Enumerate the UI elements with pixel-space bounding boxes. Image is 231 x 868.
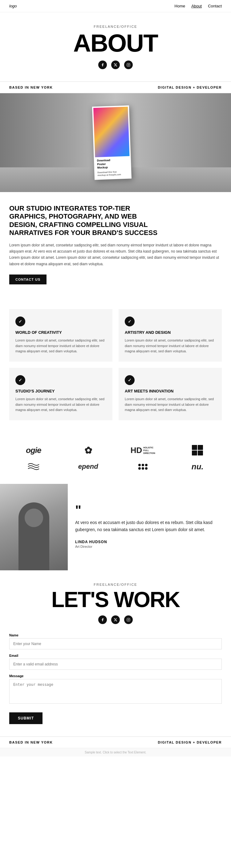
form-subtitle: FREELANCE/OFFICE xyxy=(9,583,222,586)
form-facebook-icon[interactable] xyxy=(98,615,107,624)
bottom-right: DIGITAL DESIGN + DEVELOPER xyxy=(158,741,222,744)
about-section: OUR STUDIO INTEGRATES TOP-TIER GRAPHICS,… xyxy=(0,192,231,297)
feature-check-0 xyxy=(15,316,25,327)
feature-body-3: Lorem ipsum dolor sit amet, consetetur s… xyxy=(125,397,216,413)
name-field-group: Name xyxy=(9,633,222,649)
quote-icon: " xyxy=(75,505,224,515)
tagline-left: BASED IN NEW YORK xyxy=(9,86,53,89)
bottom-bar: BASED IN NEW YORK DIGITAL DESIGN + DEVEL… xyxy=(0,737,231,748)
testimonial-author: LINDA HUDSON xyxy=(75,540,224,544)
hero-title: ABOUT xyxy=(9,31,222,56)
message-field-group: Message xyxy=(9,674,222,705)
email-input[interactable] xyxy=(9,659,222,670)
nav-link-home[interactable]: Home xyxy=(175,4,185,8)
svg-point-1 xyxy=(128,64,129,65)
navbar: logo Home About Contact xyxy=(0,0,231,12)
feature-card-3: ART MEETS INNOVATION Lorem ipsum dolor s… xyxy=(119,368,222,420)
feature-title-0: WORLD OF CREATIVITY xyxy=(15,330,106,335)
submit-button[interactable]: SUBMIT xyxy=(9,712,42,724)
testimonial-content: " At vero eos et accusam et justo duo do… xyxy=(68,484,231,570)
testimonial-image xyxy=(0,484,68,570)
tagline-bar: BASED IN NEW YORK DIGITAL DESIGN + DEVEL… xyxy=(0,82,231,93)
testimonial-quote: At vero eos et accusam et justo duo dolo… xyxy=(75,519,224,534)
logo-wave xyxy=(28,462,40,471)
tagline-right: DIGITAL DESIGN + DEVELOPER xyxy=(158,86,222,89)
x-twitter-icon[interactable] xyxy=(111,61,120,69)
logo-grid xyxy=(192,445,203,456)
nav-logo: logo xyxy=(9,4,17,8)
form-social-icons xyxy=(9,615,222,624)
feature-card-1: ARTISTRY AND DESIGN Lorem ipsum dolor si… xyxy=(119,309,222,362)
feature-title-3: ART MEETS INNOVATION xyxy=(125,389,216,393)
contact-us-button[interactable]: CONTACT US xyxy=(9,275,46,284)
hero-subtitle: FREELANCE/OFFICE xyxy=(9,25,222,28)
svg-point-4 xyxy=(128,619,129,620)
testimonial-section: " At vero eos et accusam et justo duo do… xyxy=(0,484,231,570)
logo-dots xyxy=(138,464,148,470)
feature-check-2 xyxy=(15,375,25,385)
about-body: Lorem ipsum dolor sit amet, consetetur s… xyxy=(9,242,222,268)
message-label: Message xyxy=(9,674,222,678)
logo-ogie: ogie xyxy=(26,445,41,455)
logos-section: ogie ✿ HD HOLISTICFULLDIRECTION epend xyxy=(0,433,231,484)
feature-card-2: STUDIO'S JOURNEY Lorem ipsum dolor sit a… xyxy=(9,368,112,420)
social-icons-group xyxy=(9,61,222,69)
svg-point-2 xyxy=(129,64,129,64)
svg-rect-3 xyxy=(127,618,130,621)
form-x-icon[interactable] xyxy=(111,615,120,624)
testimonial-role: Art Director xyxy=(75,545,224,549)
feature-title-2: STUDIO'S JOURNEY xyxy=(15,389,106,393)
feature-body-1: Lorem ipsum dolor sit amet, consetetur s… xyxy=(125,338,216,354)
form-fields: Name Email Message SUBMIT xyxy=(9,633,222,724)
name-input[interactable] xyxy=(9,638,222,649)
svg-rect-0 xyxy=(127,63,130,66)
logo-epend: epend xyxy=(78,463,98,471)
bottom-left: BASED IN NEW YORK xyxy=(9,741,53,744)
contact-form-section: FREELANCE/OFFICE LET'S WORK Name Email M… xyxy=(0,570,231,737)
feature-check-3 xyxy=(125,375,134,385)
feature-body-0: Lorem ipsum dolor sit amet, consetetur s… xyxy=(15,338,106,354)
about-heading: OUR STUDIO INTEGRATES TOP-TIER GRAPHICS,… xyxy=(9,205,163,237)
nav-link-about[interactable]: About xyxy=(191,4,202,8)
hero-image: Download Poster Mockup Download this fre… xyxy=(0,93,231,192)
logo-hd: HD HOLISTICFULLDIRECTION xyxy=(130,445,155,455)
name-label: Name xyxy=(9,633,222,637)
email-field-group: Email xyxy=(9,654,222,670)
feature-title-1: ARTISTRY AND DESIGN xyxy=(125,330,216,335)
message-input[interactable] xyxy=(9,679,222,704)
logo-flower: ✿ xyxy=(84,445,92,456)
nav-links: Home About Contact xyxy=(175,4,222,8)
nav-link-contact[interactable]: Contact xyxy=(208,4,222,8)
form-title: LET'S WORK xyxy=(9,589,222,611)
instagram-icon[interactable] xyxy=(124,61,133,69)
feature-card-0: WORLD OF CREATIVITY Lorem ipsum dolor si… xyxy=(9,309,112,362)
logo-nu: nu. xyxy=(192,462,203,471)
feature-body-2: Lorem ipsum dolor sit amet, consetetur s… xyxy=(15,397,106,413)
feature-check-1 xyxy=(125,316,134,327)
form-instagram-icon[interactable] xyxy=(124,615,133,624)
facebook-icon[interactable] xyxy=(98,61,107,69)
features-grid: WORLD OF CREATIVITY Lorem ipsum dolor si… xyxy=(0,297,231,433)
hero-section: FREELANCE/OFFICE ABOUT xyxy=(0,12,231,75)
email-label: Email xyxy=(9,654,222,657)
footer-note: Sample text. Click to select the Text El… xyxy=(0,748,231,756)
poster-mockup: Download Poster Mockup Download this fre… xyxy=(92,105,131,180)
